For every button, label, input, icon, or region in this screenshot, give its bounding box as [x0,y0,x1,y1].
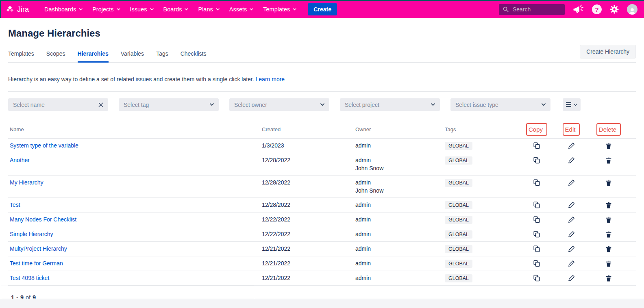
chevron-down-icon [117,8,120,11]
delete-icon [606,157,611,164]
edit-button[interactable] [566,156,577,164]
filter-select-project[interactable]: Select project [340,98,440,111]
hierarchy-name-link[interactable]: System type of the variable [10,142,78,149]
copy-button[interactable] [531,201,542,209]
nav-item-projects[interactable]: Projects [87,6,125,13]
edit-button[interactable] [566,259,577,267]
chevron-down-icon [250,8,253,11]
announcements-megaphone-icon[interactable] [573,4,584,14]
tab-scopes[interactable]: Scopes [46,47,65,63]
delete-button[interactable] [603,245,614,253]
create-button[interactable]: Create [308,3,337,15]
copy-button[interactable] [531,274,542,282]
hierarchy-name-link[interactable]: Test time for German [10,260,63,267]
owner-cell: adminJohn Snow [354,156,443,172]
hierarchy-name-link[interactable]: MultyProject Hierarchy [10,245,67,252]
created-cell: 12/28/2022 [260,201,354,209]
jira-logo[interactable]: Jira [6,5,29,14]
delete-button[interactable] [603,141,614,150]
table-row: MultyProject Hierarchy12/21/2022adminGLO… [8,242,636,256]
edit-icon [568,157,575,164]
created-cell: 12/22/2022 [260,230,354,238]
delete-icon [606,275,611,282]
copy-button[interactable] [531,230,542,238]
settings-gear-icon[interactable] [610,5,619,14]
hierarchy-name-link[interactable]: Many Nodes For Checklist [10,216,76,223]
tag-badge: GLOBAL [445,230,472,239]
delete-icon [606,143,611,149]
delete-button[interactable] [603,215,614,223]
search-box[interactable] [499,4,565,15]
delete-button[interactable] [603,201,614,209]
nav-item-assets[interactable]: Assets [224,6,259,13]
tags-cell: GLOBAL [443,201,520,209]
nav-item-issues[interactable]: Issues [125,6,159,13]
edit-icon [568,231,575,238]
help-icon[interactable]: ? [592,4,602,14]
tags-cell: GLOBAL [443,245,520,253]
tab-hierarchies[interactable]: Hierarchies [78,47,109,63]
footer-strip [0,299,644,308]
create-hierarchy-button[interactable]: Create Hierarchy [580,45,636,59]
delete-icon [606,246,611,252]
search-input[interactable] [512,6,557,13]
delete-button[interactable] [603,259,614,267]
delete-button[interactable] [603,156,614,164]
edit-button[interactable] [566,141,577,150]
delete-icon [606,231,611,238]
nav-item-templates[interactable]: Templates [258,6,301,13]
header-owner: Owner [354,126,443,132]
nav-item-boards[interactable]: Boards [159,6,194,13]
name-cell: Test 4098 ticket [8,274,260,282]
hierarchy-name-link[interactable]: Test [10,202,20,208]
chevron-down-icon [79,8,83,11]
select-project-placeholder: Select project [345,102,379,108]
nav-item-plans[interactable]: Plans [193,6,224,13]
chevron-down-icon [293,8,296,11]
hierarchy-name-link[interactable]: My Hierarchy [10,179,43,186]
copy-button[interactable] [531,141,542,150]
nav-item-label: Issues [130,6,147,13]
filter-select-owner[interactable]: Select owner [229,98,329,111]
clear-icon[interactable] [98,102,103,107]
hierarchy-name-link[interactable]: Another [10,157,30,163]
tab-templates[interactable]: Templates [8,47,34,63]
name-cell: MultyProject Hierarchy [8,245,260,253]
learn-more-link[interactable]: Learn more [256,76,285,82]
edit-button[interactable] [566,245,577,253]
name-cell: My Hierarchy [8,178,260,187]
tab-variables[interactable]: Variables [121,47,144,63]
filter-select-tag[interactable]: Select tag [119,98,219,111]
nav-item-dashboards[interactable]: Dashboards [39,6,87,13]
delete-button[interactable] [603,230,614,238]
view-options-button[interactable] [563,98,581,111]
delete-button[interactable] [603,274,614,282]
copy-button[interactable] [531,259,542,267]
delete-icon [606,180,611,186]
tag-badge: GLOBAL [445,260,472,268]
hierarchy-name-link[interactable]: Test 4098 ticket [10,275,49,281]
edit-button[interactable] [566,274,577,282]
hamburger-icon [566,102,571,107]
filter-select-name[interactable]: Select name [8,98,108,111]
tag-badge: GLOBAL [445,274,472,282]
copy-button[interactable] [531,156,542,164]
page-description: Hierarchy is an easy way to define a set… [8,68,636,92]
tab-checklists[interactable]: Checklists [181,47,207,63]
owner-name: admin [355,201,443,209]
filter-select-issue-type[interactable]: Select issue type [450,98,550,111]
edit-button[interactable] [566,201,577,209]
edit-button[interactable] [566,230,577,238]
tab-tags[interactable]: Tags [156,47,168,63]
hierarchy-name-link[interactable]: Simple Hierarchy [10,231,53,237]
copy-button[interactable] [531,178,542,187]
copy-button[interactable] [531,245,542,253]
copy-button[interactable] [531,215,542,223]
edit-button[interactable] [566,178,577,187]
edit-button[interactable] [566,215,577,223]
copy-icon [533,179,540,186]
delete-button[interactable] [603,178,614,187]
table-row: Many Nodes For Checklist12/22/2022adminG… [8,213,636,227]
user-avatar[interactable] [627,4,637,15]
delete-icon [606,202,611,208]
